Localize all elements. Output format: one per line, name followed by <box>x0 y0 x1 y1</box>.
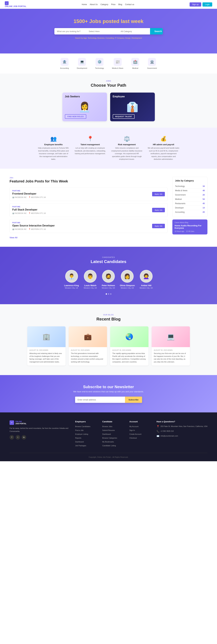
dot-1[interactable] <box>106 293 107 295</box>
copyright-text: Copyright, Online Job Portal – All Right… <box>89 456 128 458</box>
blog-post-body-3: AUGUST 30, 2020 ADMIN The rapidly ageing… <box>110 347 148 366</box>
benefits-title: Employee benefits <box>38 143 69 146</box>
search-input-location[interactable] <box>86 28 118 34</box>
twitter-icon[interactable]: t <box>16 435 20 440</box>
hr-desc: We will process payroll and handle tasks… <box>148 147 180 161</box>
newsletter-subscribe-button[interactable]: Subscribe <box>125 396 142 403</box>
dot-3[interactable] <box>110 293 111 295</box>
cat-count-developer: 14 <box>203 207 205 209</box>
footer-candidate-listing[interactable]: Candidate Listing <box>102 445 116 446</box>
footer-my-account[interactable]: My Account <box>129 426 139 428</box>
blog-card-title: Home Audio Recording For Everyone <box>175 224 205 229</box>
category-technology[interactable]: ⚙️ Technology <box>95 58 104 69</box>
development-label: Development <box>77 67 87 69</box>
instagram-icon[interactable]: in <box>22 435 26 440</box>
jobs-by-category-title: Jobs by Category <box>175 180 205 182</box>
find-roles-button[interactable]: FIND NEW ROLES <box>65 114 86 119</box>
blog-post-excerpt-3: The rapidly ageing population across Asi… <box>112 352 146 363</box>
benefits-desc: Help employees access to Fortune 500-lev… <box>38 147 69 161</box>
footer-checkout[interactable]: Checkout <box>129 437 137 439</box>
apply-btn-3[interactable]: Apply Job <box>152 224 165 228</box>
footer-bottom: Copyright, Online Job Portal – All Right… <box>9 453 208 458</box>
nav-contact[interactable]: Contact us <box>125 3 134 6</box>
blog-post-img-3: 🌏 <box>110 326 148 347</box>
apply-btn-2[interactable]: Apply Job <box>152 208 165 212</box>
footer-contact-title: Have a Questions? <box>157 420 208 423</box>
candidate-5: 👩‍🦱 Amber Hill Western City, UK <box>140 270 153 289</box>
footer-browse-jobs[interactable]: Browse Jobs <box>102 426 112 428</box>
nav-about[interactable]: About Us <box>90 3 98 6</box>
jobs-tag: Jobs <box>9 177 168 178</box>
nav-blog[interactable]: Blog <box>118 3 122 6</box>
candidate-2: 👨 Louis Walsh Western City, UK <box>84 270 97 289</box>
footer-submit-resume[interactable]: Submit Resume <box>102 429 115 431</box>
newsletter-form: Subscribe <box>75 396 142 403</box>
development-icon: 💻 <box>78 58 86 66</box>
category-medical[interactable]: 🏥 Medical <box>131 58 139 69</box>
footer-candidate-dashboard[interactable]: Dashboard <box>102 433 111 435</box>
nav-category[interactable]: Category <box>100 3 108 6</box>
footer-job-packages[interactable]: Job Packages <box>75 445 86 446</box>
candidates-grid: 👨‍💼 Lawrence King Western City, UK 👨 Lou… <box>6 270 211 289</box>
cat-count-medical: 54 <box>203 198 205 200</box>
login-button[interactable]: Login <box>203 2 212 6</box>
location-icon: 📍 <box>157 425 159 428</box>
blog-post-img-2: 💼 <box>69 326 107 347</box>
nav-price[interactable]: Price <box>111 3 115 6</box>
request-talent-button[interactable]: REQUEST TALENT <box>113 114 135 119</box>
facebook-icon[interactable]: f <box>9 435 14 440</box>
risk-title: Risk management <box>111 143 143 146</box>
benefits-icon: 👥 <box>38 136 69 142</box>
category-government[interactable]: 🏛️ Government <box>147 58 157 69</box>
footer-employer-dashboard[interactable]: Dashboard <box>75 441 84 443</box>
category-media[interactable]: 📰 Media & News <box>112 58 123 69</box>
cat-row-restaurants: Restaurants 45 <box>175 202 205 206</box>
candidate-1: 👨‍💼 Lawrence King Western City, UK <box>64 270 79 289</box>
blog-post-excerpt-1: Attracting and retaining talent is likel… <box>29 352 63 363</box>
footer-employer-listing[interactable]: Employer Listing <box>75 433 88 435</box>
apply-btn-1[interactable]: Apply Job <box>152 192 165 196</box>
hero-headline: 1500+ Jobs posted last week <box>6 18 211 24</box>
footer-social: f t in <box>9 435 69 440</box>
government-icon: 🏛️ <box>148 58 156 66</box>
candidate-4: 👩 Olivia Simpson Western City, UK <box>120 270 135 289</box>
search-input-category[interactable] <box>118 28 150 34</box>
job-meta-1: 🏢 FACEBOOK INC 📍 WESTERN CITY, UK <box>12 196 165 198</box>
features-section: 👥 Employee benefits Help employees acces… <box>0 128 217 169</box>
search-input-keyword[interactable] <box>54 28 86 34</box>
talent-title: Talent management <box>74 143 106 146</box>
job-meta-3: 🏢 FACEBOOK INC 📍 WESTERN CITY, UK <box>12 228 165 230</box>
newsletter-title: Subscribe to our Newsletter <box>6 385 211 389</box>
blog-post-body-1: AUGUST 30, 2020 ADMIN Attracting and ret… <box>27 347 65 366</box>
footer-browse-categories[interactable]: Browse Categories <box>102 437 117 439</box>
cat-name-restaurants: Restaurants <box>175 202 186 204</box>
job-type-2: PARTIME <box>12 206 165 208</box>
footer-create-account[interactable]: Create Account <box>129 433 141 435</box>
category-accounting[interactable]: 🏦 Accounting <box>60 58 69 69</box>
cat-row-medical: Medical 54 <box>175 197 205 202</box>
candidate-avatar-1: 👨‍💼 <box>65 270 78 283</box>
hero-tags-label: Search by tags: <box>75 37 88 39</box>
view-all-link[interactable]: View All <box>9 236 17 239</box>
category-development[interactable]: 💻 Development <box>77 58 87 69</box>
footer-grid: ✓ ONLINE JOB PORTAL Far far away, behind… <box>9 420 208 448</box>
footer-browse-candidates[interactable]: Browse Candidates <box>75 426 90 428</box>
cat-name-accounting: Accounting <box>175 211 185 213</box>
hero-search-button[interactable]: Search <box>150 28 163 34</box>
footer-post-job[interactable]: Post a Job <box>75 429 84 431</box>
footer-reports[interactable]: Reports <box>75 437 81 439</box>
categories-grid: 🏦 Accounting 💻 Development ⚙️ Technology… <box>6 58 211 69</box>
risk-icon: ⚖️ <box>111 136 143 142</box>
signup-button[interactable]: Sign up <box>190 2 201 6</box>
newsletter-email-input[interactable] <box>75 396 125 403</box>
job-type-3: PARTIME <box>12 222 165 224</box>
address-text: 203 Fake St. Mountain View, San Francisc… <box>161 425 208 428</box>
job-card-3: PARTIME Open Source Interactive Develope… <box>9 219 168 233</box>
government-label: Government <box>147 67 157 69</box>
hero-headline-rest: Jobs posted last week <box>89 18 144 24</box>
newsletter-desc: We have end-to-end solutions that can ke… <box>6 390 211 393</box>
footer-sign-in[interactable]: Sign In <box>129 429 135 431</box>
dot-2[interactable] <box>108 293 109 295</box>
nav-home[interactable]: Home <box>82 3 87 6</box>
footer-bookmarks[interactable]: My Bookmarks <box>102 441 114 443</box>
